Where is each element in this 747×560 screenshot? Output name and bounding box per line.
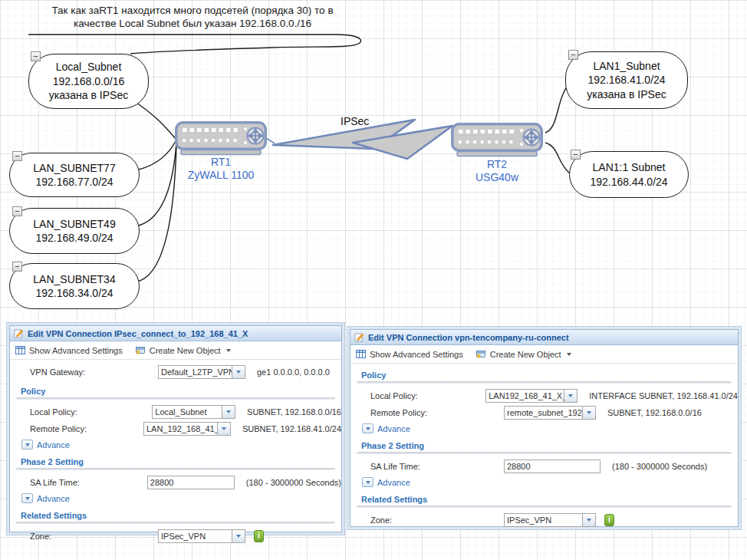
show-advanced-settings-label: Show Advanced Settings — [370, 350, 463, 359]
remote-policy-label: Remote Policy: — [10, 424, 143, 433]
zone-select[interactable]: IPSec_VPN — [158, 529, 245, 543]
sa-life-time-row: SA Life Time: (180 - 3000000 Seconds) — [350, 458, 738, 475]
router-model: ZyWALL 1100 — [167, 169, 275, 182]
bubble-text: Local_Subnet — [56, 60, 122, 74]
sa-life-time-row: SA Life Time: (180 - 3000000 Seconds) — [10, 474, 341, 491]
zone-row: Zone: IPSec_VPN i — [350, 512, 738, 529]
section-rule — [357, 452, 732, 454]
collapse-minus-icon[interactable]: − — [568, 50, 578, 60]
bubble-text: 192.168.44.0/24 — [590, 175, 667, 189]
window-title: Edit VPN Connection vpn-tencompany-ru-co… — [368, 333, 569, 342]
window-title: Edit VPN Connection IPsec_connect_to_192… — [28, 329, 248, 338]
chevron-down-icon[interactable] — [582, 514, 595, 526]
collapse-minus-icon[interactable]: − — [12, 151, 22, 161]
edit-pencil-icon — [354, 332, 364, 342]
vpn-gateway-row: VPN Gateway: Default_L2TP_VPN_GW ge1 0.0… — [10, 364, 341, 380]
remote-policy-row: Remote Policy: remote_subnet_192_168 SUB… — [350, 404, 738, 421]
bubble-lan1-subnet[interactable]: LAN1_Subnet 192.168.41.0/24 указана в IP… — [565, 51, 688, 109]
zone-row: Zone: IPSec_VPN i — [10, 528, 341, 545]
table-grid-icon — [15, 345, 25, 355]
bubble-text: 192.168.34.0/24 — [35, 286, 113, 301]
advance-toggle[interactable]: Advance — [10, 492, 341, 505]
advance-expand-icon[interactable] — [21, 493, 33, 503]
sa-life-time-info: (180 - 3000000 Seconds) — [612, 462, 707, 471]
info-icon[interactable]: i — [604, 514, 614, 526]
local-policy-row: Local Policy: LAN192_168_41_X_SUBN INTER… — [350, 387, 738, 404]
bubble-lan-subnet77[interactable]: LAN_SUBNET77 192.168.77.0/24 — [9, 153, 140, 197]
bubble-lan-subnet34[interactable]: LAN_SUBNET34 192.168.34.0/24 — [9, 263, 140, 309]
advance-expand-icon[interactable] — [21, 440, 33, 450]
router-rt1-icon[interactable] — [176, 123, 266, 155]
create-new-object-button[interactable]: Create New Object — [476, 349, 571, 359]
info-icon[interactable]: i — [254, 530, 264, 542]
sa-life-time-label: SA Life Time: — [350, 462, 504, 471]
edit-pencil-icon — [14, 328, 24, 338]
bubble-text: LAN_SUBNET49 — [33, 217, 115, 232]
remote-policy-info: SUBNET, 192.168.0.0/16 — [607, 408, 702, 417]
show-advanced-settings-button[interactable]: Show Advanced Settings — [15, 345, 123, 355]
local-policy-select[interactable]: LAN192_168_41_X_SUBN — [485, 389, 578, 403]
window-toolbar: Show Advanced Settings Create New Object — [350, 345, 738, 364]
note-line-1: Так как заRT1 находится много подсетей (… — [21, 4, 364, 17]
section-phase2: Phase 2 Setting — [10, 457, 341, 466]
chevron-down-icon[interactable] — [232, 366, 245, 378]
edit-vpn-connection-window-left: Edit VPN Connection IPsec_connect_to_192… — [9, 325, 342, 532]
section-related: Related Settings — [350, 495, 738, 504]
collapse-minus-icon[interactable]: − — [12, 206, 22, 216]
section-rule — [357, 506, 732, 508]
remote-policy-value: remote_subnet_192_168 — [505, 407, 582, 419]
local-policy-info: INTERFACE SUBNET, 192.168.41.0/24 — [589, 391, 738, 400]
bubble-lan1-1-subnet[interactable]: LAN1:1 Subnet 192.168.44.0/24 — [569, 151, 689, 198]
window-content: Policy Local Policy: LAN192_168_41_X_SUB… — [350, 364, 738, 529]
show-advanced-settings-button[interactable]: Show Advanced Settings — [356, 349, 463, 359]
create-new-object-button[interactable]: Create New Object — [135, 345, 231, 355]
local-policy-value: LAN192_168_41_X_SUBN — [486, 390, 564, 402]
remote-policy-select[interactable]: LAN_192_168_41_X_SUBI — [143, 422, 231, 436]
bubble-lan-subnet49[interactable]: LAN_SUBNET49 192.168.49.0/24 — [9, 208, 140, 254]
advance-toggle[interactable]: Advance — [350, 476, 738, 489]
window-titlebar[interactable]: Edit VPN Connection IPsec_connect_to_192… — [10, 326, 341, 341]
sa-life-time-input[interactable] — [147, 476, 235, 489]
collapse-minus-icon[interactable]: − — [31, 51, 41, 61]
zone-value: IPSec_VPN — [159, 530, 232, 542]
create-new-object-label: Create New Object — [490, 350, 561, 359]
chevron-down-icon[interactable] — [222, 406, 235, 418]
router-rt2-icon[interactable] — [452, 124, 542, 156]
chevron-down-icon — [226, 349, 231, 352]
bubble-text: указана в IPSec — [49, 88, 128, 103]
local-policy-select[interactable]: Local_Subnet — [152, 405, 235, 419]
router-model: USG40w — [443, 171, 551, 184]
local-policy-label: Local Policy: — [10, 407, 152, 417]
chevron-down-icon[interactable] — [582, 407, 595, 419]
chevron-down-icon — [567, 353, 571, 356]
collapse-minus-icon[interactable]: − — [12, 262, 22, 272]
vpn-gateway-select[interactable]: Default_L2TP_VPN_GW — [158, 365, 245, 379]
sa-life-time-input[interactable] — [504, 460, 601, 473]
create-new-object-label: Create New Object — [150, 346, 221, 355]
ipsec-link-label: IPSec — [341, 115, 369, 127]
advance-expand-icon[interactable] — [362, 477, 374, 487]
zone-label: Zone: — [350, 516, 504, 525]
bubble-text: LAN1_Subnet — [593, 59, 660, 74]
window-toolbar: Show Advanced Settings Create New Object — [10, 341, 341, 360]
collapse-minus-icon[interactable]: − — [571, 150, 581, 160]
zone-label: Zone: — [10, 532, 158, 541]
advance-label: Advance — [37, 440, 70, 450]
bubble-text: 192.168.49.0/24 — [35, 231, 113, 245]
chevron-down-icon[interactable] — [217, 423, 230, 435]
advance-toggle[interactable]: Advance — [10, 438, 341, 451]
remote-policy-select[interactable]: remote_subnet_192_168 — [504, 406, 596, 420]
bubble-text: указана в IPSec — [587, 87, 666, 102]
zone-select[interactable]: IPSec_VPN — [504, 513, 596, 527]
bubble-local-subnet[interactable]: Local_Subnet 192.168.0.0/16 указана в IP… — [28, 54, 149, 109]
vpn-gateway-value: Default_L2TP_VPN_GW — [159, 366, 232, 378]
new-object-icon — [135, 345, 146, 355]
chevron-down-icon[interactable] — [564, 390, 577, 402]
bubble-text: LAN_SUBNET34 — [33, 272, 115, 287]
chevron-down-icon[interactable] — [232, 530, 245, 542]
advance-toggle[interactable]: Advance — [350, 422, 738, 435]
window-titlebar[interactable]: Edit VPN Connection vpn-tencompany-ru-co… — [350, 330, 738, 345]
local-policy-info: SUBNET, 192.168.0.0/16 — [247, 407, 341, 417]
advance-expand-icon[interactable] — [362, 423, 374, 433]
new-object-icon — [476, 349, 486, 359]
